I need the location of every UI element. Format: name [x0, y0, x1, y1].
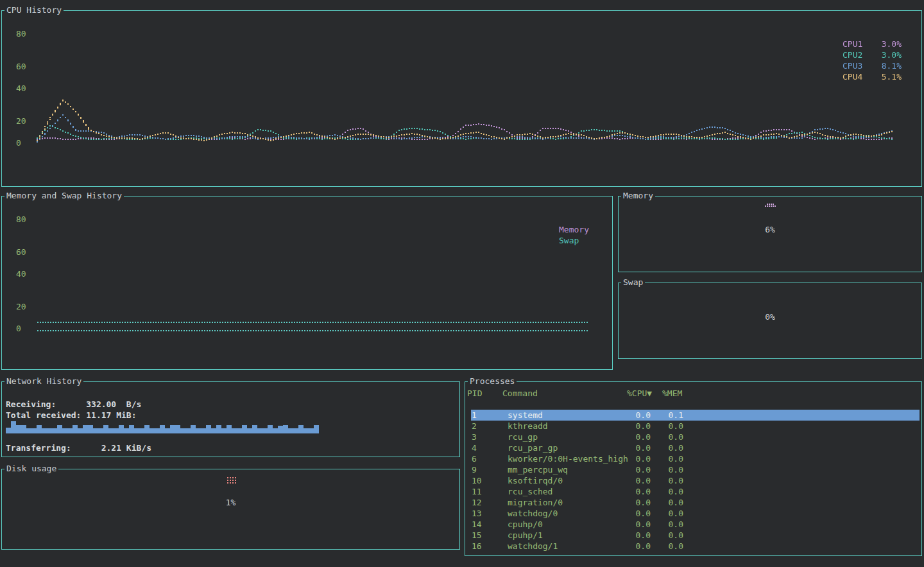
network-transferring-text: Transferring: 2.21 KiB/s: [6, 444, 151, 452]
process-row[interactable]: 11rcu_sched0.00.0: [465, 486, 921, 497]
mem-ytick-40: 40: [16, 270, 26, 278]
cpu-legend-entry: CPU38.1%: [843, 62, 902, 70]
mem-ytick-20: 20: [16, 302, 26, 311]
process-cell-cmd: rcu_sched: [508, 487, 552, 496]
memory-legend-entry: Memory: [559, 225, 604, 234]
cpu-history-chart: [37, 26, 894, 146]
cpu-legend-label: CPU4: [843, 73, 862, 81]
process-cell-cmd: rcu_gp: [508, 433, 538, 441]
process-cell-cmd: mm_percpu_wq: [508, 466, 568, 474]
process-cell-pid: 14: [472, 520, 482, 528]
process-cell-pid: 12: [472, 498, 482, 507]
column-header-pid[interactable]: PID: [467, 389, 482, 397]
process-cell-mem: 0.0: [660, 433, 683, 441]
cpu-ytick-40: 40: [16, 84, 26, 92]
process-cell-cmd: ksoftirqd/0: [508, 476, 563, 485]
process-cell-cmd: kworker/0:0H-events_high: [508, 455, 628, 463]
cpu-legend-value: 3.0%: [882, 51, 902, 59]
swap-usage-line: [37, 330, 588, 331]
process-cell-cpu: 0.0: [628, 487, 651, 496]
process-cell-cpu: 0.0: [628, 466, 651, 474]
column-header-mem[interactable]: %MEM: [662, 389, 682, 397]
process-cell-cpu: 0.0: [628, 433, 651, 441]
column-header-command[interactable]: Command: [502, 389, 538, 397]
process-row[interactable]: 4rcu_par_gp0.00.0: [465, 442, 921, 453]
process-row[interactable]: 16watchdog/10.00.0: [465, 541, 921, 552]
process-cell-mem: 0.0: [660, 531, 683, 539]
mem-ytick-0: 0: [16, 324, 21, 333]
process-cell-mem: 0.0: [660, 520, 683, 528]
swap-gauge-panel: Swap 0%: [618, 283, 922, 359]
process-cell-pid: 15: [472, 531, 482, 539]
process-cell-cpu: 0.0: [628, 422, 651, 430]
process-cell-cpu: 0.0: [628, 498, 651, 507]
system-monitor-app: CPU History 80 60 40 20 0 CPU13.0%CPU23.…: [0, 0, 924, 567]
network-receiving-text: Receiving: 332.00 B/s: [6, 400, 141, 408]
swap-legend-entry: Swap: [559, 236, 604, 245]
disk-usage-title: Disk usage: [4, 464, 58, 473]
process-row[interactable]: 13watchdog/00.00.0: [465, 508, 921, 519]
process-cell-cmd: watchdog/0: [508, 509, 558, 518]
cpu-legend-label: CPU1: [843, 40, 862, 48]
process-cell-cmd: kthreadd: [508, 422, 548, 430]
process-row[interactable]: 6kworker/0:0H-events_high0.00.0: [465, 453, 921, 464]
process-cell-cpu: 0.0: [628, 455, 651, 463]
memory-swap-history-title: Memory and Swap History: [4, 191, 124, 200]
memory-gauge-panel: Memory 6%: [618, 196, 922, 272]
column-header-cpu[interactable]: %CPU▼: [627, 389, 652, 397]
process-cell-pid: 3: [472, 433, 477, 441]
process-cell-cmd: cpuhp/0: [508, 520, 543, 528]
process-cell-pid: 2: [472, 422, 477, 430]
process-cell-pid: 6: [472, 455, 477, 463]
process-cell-pid: 13: [472, 509, 482, 518]
process-row[interactable]: 14cpuhp/00.00.0: [465, 519, 921, 530]
process-row[interactable]: 12migration/00.00.0: [465, 497, 921, 508]
processes-panel: Processes PID Command %CPU▼ %MEM 1system…: [465, 381, 922, 556]
cpu-legend-entry: CPU13.0%: [843, 40, 902, 48]
process-row[interactable]: 15cpuhp/10.00.0: [465, 530, 921, 541]
process-cell-cpu: 0.0: [628, 476, 651, 485]
process-row[interactable]: 3rcu_gp0.00.0: [465, 432, 921, 442]
mem-ytick-60: 60: [16, 248, 26, 256]
mem-ytick-80: 80: [16, 215, 26, 223]
cpu-legend-value: 5.1%: [882, 73, 902, 81]
process-cell-mem: 0.0: [660, 509, 683, 518]
process-cell-pid: 4: [472, 444, 477, 452]
process-row[interactable]: 1systemd0.00.1: [465, 410, 921, 421]
process-cell-mem: 0.0: [660, 422, 683, 430]
process-cell-pid: 11: [472, 487, 482, 496]
process-cell-cmd: migration/0: [508, 498, 563, 507]
process-cell-cmd: rcu_par_gp: [508, 444, 558, 452]
cpu-ytick-60: 60: [16, 62, 26, 71]
cpu-ytick-20: 20: [16, 117, 26, 125]
process-cell-mem: 0.0: [660, 542, 683, 550]
memory-percent-value: 6%: [619, 225, 921, 234]
process-cell-pid: 16: [472, 542, 482, 550]
cpu-legend-value: 8.1%: [882, 62, 902, 70]
process-row[interactable]: 10ksoftirqd/00.00.0: [465, 475, 921, 486]
process-cell-mem: 0.0: [660, 455, 683, 463]
process-cell-cpu: 0.0: [628, 411, 651, 419]
processes-title: Processes: [468, 377, 517, 385]
process-cell-cpu: 0.0: [628, 509, 651, 518]
process-row[interactable]: 9mm_percpu_wq0.00.0: [465, 464, 921, 475]
process-cell-mem: 0.0: [660, 498, 683, 507]
process-cell-pid: 10: [472, 476, 482, 485]
process-cell-cpu: 0.0: [628, 444, 651, 452]
process-cell-mem: 0.0: [660, 487, 683, 496]
cpu-ytick-0: 0: [16, 139, 21, 147]
swap-percent-value: 0%: [619, 313, 921, 321]
process-cell-cpu: 0.0: [628, 531, 651, 539]
process-cell-cpu: 0.0: [628, 520, 651, 528]
network-history-title: Network History: [4, 377, 83, 385]
process-cell-cmd: cpuhp/1: [508, 531, 543, 539]
process-row[interactable]: 2kthreadd0.00.0: [465, 421, 921, 432]
disk-usage-panel: Disk usage 1%: [1, 469, 460, 550]
cpu-history-title: CPU History: [4, 6, 64, 14]
cpu-legend-label: CPU2: [843, 51, 862, 59]
cpu-legend-label: CPU3: [843, 62, 862, 70]
cpu-legend-entry: CPU23.0%: [843, 51, 902, 59]
memory-gauge-title: Memory: [621, 191, 655, 200]
process-cell-cmd: watchdog/1: [508, 542, 558, 550]
process-cell-mem: 0.0: [660, 444, 683, 452]
